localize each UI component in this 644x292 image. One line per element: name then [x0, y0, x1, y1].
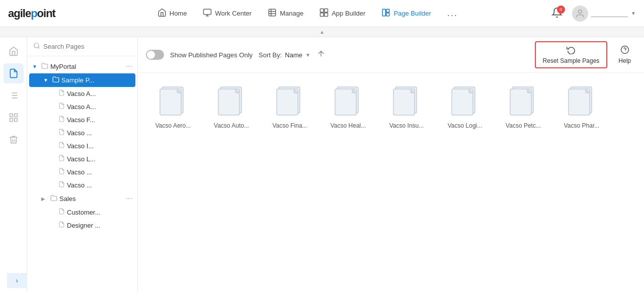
- svg-line-26: [38, 47, 40, 49]
- tree-item-vacsoa1[interactable]: Vacso A...: [27, 87, 137, 100]
- search-icon: [33, 42, 40, 51]
- nav-home[interactable]: Home: [150, 4, 194, 23]
- user-chevron-icon: ▼: [631, 11, 636, 16]
- published-toggle[interactable]: [146, 50, 164, 60]
- nav-workcenter-label: Work Center: [215, 10, 252, 17]
- tree-item-samplep[interactable]: ▼ Sample P...: [29, 73, 135, 87]
- svg-rect-11: [383, 9, 386, 16]
- logo[interactable]: agilepoint: [8, 7, 55, 20]
- svg-rect-10: [325, 13, 328, 16]
- page-icon-wrapper-6: [506, 83, 541, 118]
- reset-sample-pages-button[interactable]: Reset Sample Pages: [535, 41, 608, 68]
- tree-item-sales[interactable]: ▶ Sales ···: [27, 191, 137, 206]
- sidebar-icon-grid[interactable]: [4, 108, 24, 128]
- page-icon-wrapper-1: [214, 83, 249, 118]
- sidebar-expand-button[interactable]: ›: [7, 273, 27, 288]
- tree-dots-myportal[interactable]: ···: [126, 62, 132, 71]
- page-card-2[interactable]: Vacso Fina...: [265, 83, 315, 129]
- nav-workcenter[interactable]: Work Center: [196, 4, 259, 23]
- svg-rect-13: [386, 13, 389, 16]
- tree-item-vascoh[interactable]: Vacso ...: [27, 126, 137, 139]
- tree-item-myportal-label: MyPortal: [50, 63, 124, 70]
- tree-item-vascop2[interactable]: Vacso ...: [27, 178, 137, 191]
- tree-item-designer[interactable]: Designer ...: [27, 219, 137, 232]
- tree-item-designer-label: Designer ...: [67, 222, 132, 229]
- search-box: [27, 37, 137, 56]
- page-card-label-4: Vacso Insu...: [389, 122, 424, 129]
- tree-arrow-sales: ▶: [41, 196, 48, 202]
- tree-item-vascoi[interactable]: Vacso I...: [27, 139, 137, 152]
- help-button[interactable]: Help: [613, 42, 636, 67]
- sort-order-icon[interactable]: [316, 49, 326, 60]
- search-input[interactable]: [43, 43, 131, 50]
- file-tree-panel: ▼ MyPortal ··· ▼ Sample P...: [27, 37, 138, 292]
- folder-open-icon: [52, 76, 59, 84]
- nav-pagebuilder[interactable]: Page Builder: [374, 4, 438, 23]
- appbuilder-icon: [319, 8, 329, 19]
- avatar: [572, 6, 588, 22]
- nav-manage[interactable]: Manage: [261, 4, 310, 23]
- page-card-1[interactable]: Vacso Auto...: [206, 83, 257, 129]
- sidebar-icon-list[interactable]: [4, 85, 24, 106]
- tree-item-customer-label: Customer...: [67, 209, 132, 216]
- home-icon: [157, 8, 167, 19]
- sidebar-icon-pages[interactable]: [4, 63, 24, 83]
- tree-item-vacsoa2-label: Vacso A...: [67, 103, 132, 111]
- nav-more[interactable]: ...: [440, 4, 465, 23]
- page-card-3[interactable]: Vacso Heal...: [323, 83, 373, 129]
- reset-label: Reset Sample Pages: [543, 57, 600, 64]
- svg-rect-9: [320, 13, 324, 16]
- nav-right: 0 ___________ ▼: [548, 5, 636, 23]
- svg-rect-8: [325, 9, 328, 12]
- folder-icon-sales: [50, 194, 57, 203]
- tree-item-vacsoa2[interactable]: Vacso A...: [27, 100, 137, 113]
- nav-appbuilder[interactable]: App Builder: [312, 4, 372, 23]
- svg-rect-3: [269, 9, 276, 16]
- page-card-6[interactable]: Vacso Petc...: [498, 83, 548, 129]
- file-icon4: [58, 129, 65, 137]
- notification-bell[interactable]: 0: [548, 5, 566, 23]
- tree-item-sales-label: Sales: [59, 195, 124, 203]
- tree-item-vacsoa1-label: Vacso A...: [67, 90, 132, 98]
- user-area[interactable]: ___________ ▼: [572, 6, 636, 22]
- nav-more-label: ...: [447, 8, 458, 19]
- page-card-label-6: Vacso Petc...: [506, 122, 541, 129]
- page-icon-wrapper-2: [272, 83, 307, 118]
- tree-item-vascof[interactable]: Vacso F...: [27, 113, 137, 126]
- file-icon: [58, 89, 65, 98]
- tree-item-myportal[interactable]: ▼ MyPortal ···: [27, 59, 137, 73]
- file-icon10: [58, 221, 65, 229]
- tree-item-vascop1[interactable]: Vacso ...: [27, 165, 137, 178]
- tree-item-vascol[interactable]: Vacso L...: [27, 152, 137, 165]
- sidebar-icon-trash[interactable]: [4, 130, 24, 150]
- manage-icon: [268, 8, 277, 19]
- tree-item-vascol-label: Vacso L...: [67, 155, 132, 163]
- page-card-7[interactable]: Vacso Phar...: [556, 83, 607, 129]
- page-icon-wrapper-3: [331, 83, 366, 118]
- tree-arrow-myportal: ▼: [32, 64, 39, 69]
- page-card-label-2: Vacso Fina...: [272, 122, 307, 129]
- tree-item-vascoi-label: Vacso I...: [67, 142, 132, 150]
- sidebar-icon-home[interactable]: [4, 41, 24, 61]
- file-icon8: [58, 181, 65, 189]
- tree-item-vascop2-label: Vacso ...: [67, 181, 132, 189]
- page-card-0[interactable]: Vacso Aero...: [148, 83, 198, 129]
- nav-appbuilder-label: App Builder: [332, 10, 365, 17]
- svg-rect-0: [204, 9, 211, 15]
- user-name: ___________: [591, 10, 628, 17]
- help-icon: [620, 45, 629, 56]
- workcenter-icon: [203, 8, 212, 19]
- page-card-4[interactable]: Vacso Insu...: [381, 83, 432, 129]
- reset-icon: [567, 45, 576, 56]
- page-icon-wrapper-7: [564, 83, 599, 118]
- collapse-bar[interactable]: ▲: [0, 27, 644, 37]
- page-card-label-7: Vacso Phar...: [564, 122, 599, 129]
- svg-rect-23: [10, 119, 13, 122]
- tree-dots-sales[interactable]: ···: [126, 194, 132, 203]
- sort-by[interactable]: Sort By: Name ▼: [259, 51, 310, 59]
- svg-rect-12: [386, 9, 389, 12]
- sort-by-label: Sort By:: [259, 51, 282, 59]
- tree-item-customer[interactable]: Customer...: [27, 206, 137, 219]
- file-icon9: [58, 208, 65, 216]
- page-card-5[interactable]: Vacso Logi...: [440, 83, 490, 129]
